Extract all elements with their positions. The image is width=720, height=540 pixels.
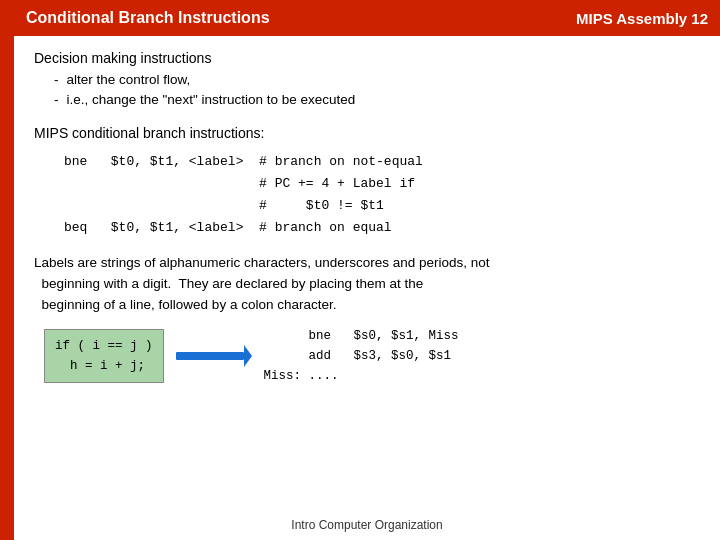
header-right: MIPS Assembly 12: [576, 10, 708, 27]
code-line-pc: # PC += 4 + Label if: [64, 173, 700, 195]
result-code-box: bne $s0, $s1, Miss add $s3, $s0, $s1 Mis…: [264, 326, 459, 386]
main-content: Decision making instructions - alter the…: [14, 36, 720, 400]
header-title: Conditional Branch Instructions: [26, 9, 270, 27]
dash-1: -: [54, 70, 59, 90]
neq-comment: # $t0 != $t1: [64, 195, 384, 217]
beq-instruction: beq $t0, $t1, <label> # branch on equal: [64, 217, 392, 239]
code-area: bne $t0, $t1, <label> # branch on not-eq…: [64, 151, 700, 239]
decision-item-2: - i.e., change the "next" instruction to…: [54, 90, 700, 110]
footer: Intro Computer Organization: [14, 518, 720, 532]
decision-title: Decision making instructions: [34, 50, 700, 66]
arrow-box: [174, 341, 254, 371]
decision-text-1: alter the control flow,: [67, 70, 191, 90]
source-code-box: if ( i == j ) h = i + j;: [44, 329, 164, 383]
header-bar: Conditional Branch Instructions MIPS Ass…: [14, 0, 720, 36]
red-sidebar: [0, 0, 14, 540]
mips-section-title: MIPS conditional branch instructions:: [34, 125, 700, 141]
svg-rect-1: [176, 352, 244, 360]
decision-text-2: i.e., change the "next" instruction to b…: [67, 90, 356, 110]
code-line-beq: beq $t0, $t1, <label> # branch on equal: [64, 217, 700, 239]
svg-marker-2: [244, 345, 252, 367]
code-line-neq: # $t0 != $t1: [64, 195, 700, 217]
transform-arrow-icon: [174, 341, 254, 371]
labels-description: Labels are strings of alphanumeric chara…: [34, 253, 700, 316]
pc-comment: # PC += 4 + Label if: [64, 173, 415, 195]
transform-area: if ( i == j ) h = i + j; bne $s0, $s1, M…: [44, 326, 700, 386]
decision-section: Decision making instructions - alter the…: [34, 50, 700, 111]
dash-2: -: [54, 90, 59, 110]
decision-item-1: - alter the control flow,: [54, 70, 700, 90]
bne-instruction: bne $t0, $t1, <label> # branch on not-eq…: [64, 151, 423, 173]
code-line-bne: bne $t0, $t1, <label> # branch on not-eq…: [64, 151, 700, 173]
